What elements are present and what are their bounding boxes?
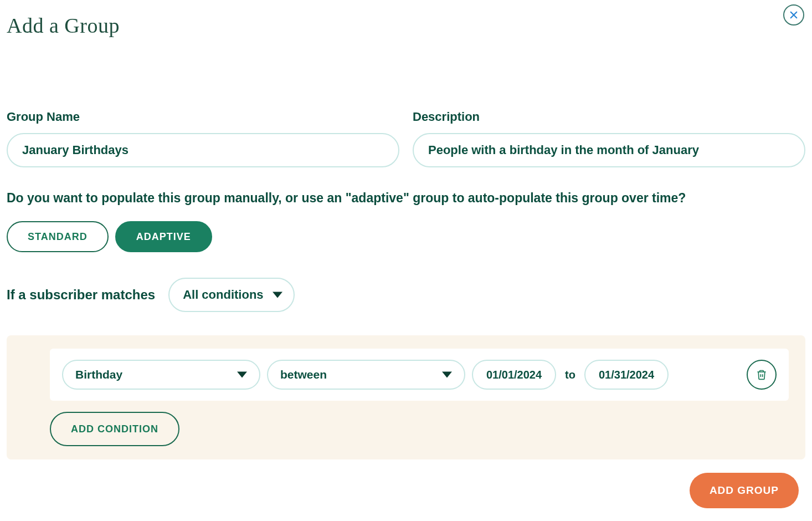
- adaptive-button[interactable]: ADAPTIVE: [115, 221, 212, 252]
- condition-operator-value: between: [280, 368, 327, 381]
- group-name-label: Group Name: [7, 110, 399, 124]
- conditions-panel: Birthday between 01/01/2024 to 01/31/202…: [7, 335, 805, 459]
- close-icon: [789, 10, 799, 20]
- delete-condition-button[interactable]: [747, 360, 777, 390]
- add-condition-button[interactable]: ADD CONDITION: [50, 412, 179, 446]
- chevron-down-icon: [237, 372, 247, 378]
- chevron-down-icon: [273, 292, 282, 298]
- condition-field-value: Birthday: [75, 368, 122, 381]
- match-prefix-label: If a subscriber matches: [7, 287, 155, 303]
- chevron-down-icon: [442, 372, 452, 378]
- form-row: Group Name Description: [7, 110, 805, 167]
- standard-button[interactable]: STANDARD: [7, 221, 109, 252]
- add-group-button[interactable]: ADD GROUP: [690, 473, 799, 508]
- condition-row: Birthday between 01/01/2024 to 01/31/202…: [50, 349, 789, 401]
- to-label: to: [565, 369, 575, 381]
- group-name-input[interactable]: [7, 133, 399, 167]
- page-title: Add a Group: [7, 13, 805, 38]
- trash-icon: [756, 369, 767, 380]
- description-label: Description: [413, 110, 805, 124]
- description-input[interactable]: [413, 133, 805, 167]
- group-type-toggle: STANDARD ADAPTIVE: [7, 221, 805, 252]
- group-type-question: Do you want to populate this group manua…: [7, 191, 805, 206]
- condition-field-select[interactable]: Birthday: [62, 360, 260, 390]
- match-conditions-value: All conditions: [183, 288, 263, 302]
- date-to-input[interactable]: 01/31/2024: [584, 360, 669, 390]
- match-conditions-select[interactable]: All conditions: [168, 278, 294, 312]
- condition-operator-select[interactable]: between: [267, 360, 465, 390]
- close-button[interactable]: [783, 4, 804, 25]
- date-from-input[interactable]: 01/01/2024: [472, 360, 556, 390]
